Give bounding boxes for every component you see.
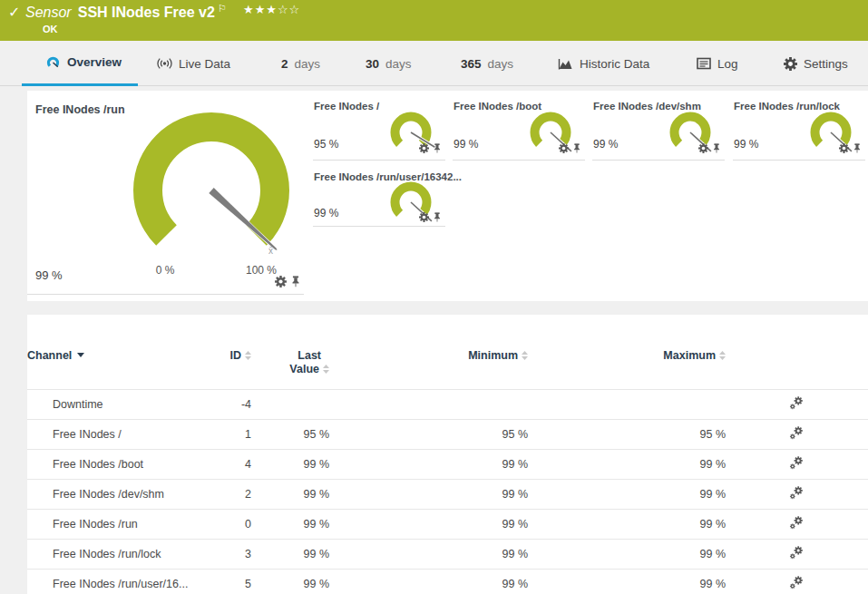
sensor-title-line: SensorSSH INodes Free v2⚐	[25, 3, 227, 21]
channel-settings-gears-icon[interactable]	[789, 455, 805, 473]
channel-last-value: 99 %	[251, 510, 329, 540]
tile-pin-icon[interactable]	[290, 276, 301, 288]
tab-2-days[interactable]: 2 days	[281, 41, 320, 86]
gauge-tile-free-inodes-root[interactable]: Free INodes / 95 %	[313, 91, 445, 161]
channels-table: Channel ID Last Value Minimum Maximum	[27, 315, 868, 594]
table-row-free-inodes-root: Free INodes / 1 95 % 95 % 95 %	[27, 420, 868, 450]
tab-historic-data[interactable]: Historic Data	[558, 41, 649, 86]
gauge-tile-free-inodes-run[interactable]: Free INodes /run 0 % 100 % x̄ 99 %	[27, 91, 304, 295]
column-header-maximum-label: Maximum	[663, 349, 716, 362]
tab-365-days-number: 365	[461, 57, 482, 71]
channel-name[interactable]: Free INodes /	[27, 420, 197, 450]
sort-icon[interactable]	[323, 365, 329, 374]
channel-maximum: 99 %	[528, 540, 726, 570]
tile-pin-icon[interactable]	[853, 143, 862, 154]
page-title[interactable]: SSH INodes Free v2	[78, 5, 215, 20]
channel-name[interactable]: Free INodes /boot	[27, 450, 197, 480]
channel-settings-gears-icon[interactable]	[789, 575, 805, 593]
channel-settings-gears-icon[interactable]	[789, 395, 805, 414]
channel-id: 2	[197, 480, 251, 510]
table-row-free-inodes-dev-shm: Free INodes /dev/shm 2 99 % 99 % 99 %	[27, 480, 868, 510]
channel-settings-gears-icon[interactable]	[789, 425, 805, 443]
gauge-icon	[45, 54, 61, 70]
channel-settings-gears-icon[interactable]	[789, 485, 805, 503]
tile-pin-icon[interactable]	[712, 143, 721, 154]
tab-settings[interactable]: Settings	[784, 41, 848, 86]
gauge-value: 99 %	[454, 138, 478, 151]
tile-pin-icon[interactable]	[433, 143, 442, 154]
gauge-tile-free-inodes-dev-shm[interactable]: Free INodes /dev/shm 99 %	[592, 91, 725, 161]
channel-settings-gears-icon[interactable]	[789, 515, 805, 533]
tab-2-days-unit: days	[295, 57, 321, 71]
column-header-last-value[interactable]: Last Value	[251, 315, 329, 390]
gauge-value: 95 %	[314, 138, 338, 151]
channel-minimum: 99 %	[329, 480, 528, 510]
tile-settings-gear-icon[interactable]	[419, 212, 429, 222]
column-header-value-label: Value	[289, 363, 319, 375]
channel-maximum: 99 %	[528, 480, 726, 510]
column-header-channel[interactable]: Channel	[27, 315, 197, 390]
gauge-tile-free-inodes-run-lock[interactable]: Free INodes /run/lock 99 %	[733, 91, 865, 161]
table-row-free-inodes-run-user: Free INodes /run/user/16... 5 99 % 99 % …	[27, 570, 868, 594]
status-badge: OK	[43, 24, 58, 34]
column-header-id-label: ID	[230, 349, 242, 362]
gauge-title: Free INodes /run	[35, 103, 125, 116]
broadcast-icon	[157, 56, 172, 71]
tile-settings-gear-icon[interactable]	[419, 143, 429, 153]
channel-name[interactable]: Free INodes /dev/shm	[27, 480, 197, 510]
gauge-value: 99 %	[314, 207, 338, 219]
object-type-label: Sensor	[25, 5, 72, 20]
sort-icon[interactable]	[522, 351, 528, 360]
gauge-tile-free-inodes-boot[interactable]: Free INodes /boot 99 %	[453, 91, 585, 161]
table-row-free-inodes-boot: Free INodes /boot 4 99 % 99 % 99 %	[27, 450, 868, 480]
sort-icon[interactable]	[245, 351, 251, 360]
channel-last-value: 99 %	[251, 570, 329, 594]
tab-live-data[interactable]: Live Data	[157, 41, 230, 86]
sensor-tab-bar: Overview Live Data 2 days 30 days 365 da…	[0, 41, 868, 86]
gauge-tile-free-inodes-run-user[interactable]: Free INodes /run/user/16342... 99 %	[313, 161, 445, 227]
gauge-min-label: 0 %	[156, 264, 175, 277]
sensor-status-bar: ✓ SensorSSH INodes Free v2⚐ ★★★☆☆ OK	[0, 0, 868, 41]
column-header-maximum[interactable]: Maximum	[528, 315, 726, 390]
channel-id: 4	[197, 450, 251, 480]
area-chart-icon	[558, 57, 573, 71]
tab-settings-label: Settings	[804, 57, 848, 71]
channel-name[interactable]: Free INodes /run	[27, 510, 197, 540]
channel-name[interactable]: Free INodes /run/lock	[27, 540, 197, 570]
tile-settings-gear-icon[interactable]	[698, 143, 708, 153]
channel-last-value: 99 %	[251, 450, 329, 480]
tab-live-data-label: Live Data	[179, 57, 230, 71]
tab-overview[interactable]: Overview	[22, 41, 138, 86]
tile-settings-gear-icon[interactable]	[559, 143, 569, 153]
gauge-value: 99 %	[35, 268, 63, 282]
column-header-id[interactable]: ID	[197, 315, 251, 390]
tab-log-label: Log	[717, 57, 738, 71]
channel-name[interactable]: Downtime	[27, 390, 197, 420]
tab-365-days[interactable]: 365 days	[461, 41, 513, 86]
gauges-overview-panel: Free INodes /run 0 % 100 % x̄ 99 % Free …	[27, 91, 868, 301]
tile-settings-gear-icon[interactable]	[275, 276, 287, 287]
sort-icon[interactable]	[719, 351, 726, 360]
channel-id: -4	[197, 390, 251, 420]
main-gauge	[121, 100, 302, 281]
tab-2-days-number: 2	[281, 57, 288, 71]
priority-stars[interactable]: ★★★☆☆	[243, 3, 300, 16]
gauge-max-label: 100 %	[246, 264, 277, 277]
channel-settings-gears-icon[interactable]	[789, 545, 805, 563]
channel-name[interactable]: Free INodes /run/user/16...	[27, 570, 197, 594]
channel-last-value: 99 %	[251, 540, 329, 570]
tab-log[interactable]: Log	[697, 41, 738, 86]
gauge-value: 99 %	[734, 138, 758, 151]
column-header-channel-label: Channel	[27, 349, 72, 362]
tile-settings-gear-icon[interactable]	[839, 143, 849, 153]
tab-30-days[interactable]: 30 days	[366, 41, 412, 86]
status-ok-check-icon: ✓	[8, 4, 20, 21]
tile-pin-icon[interactable]	[433, 212, 442, 223]
column-header-minimum[interactable]: Minimum	[329, 315, 528, 390]
flag-icon[interactable]: ⚐	[218, 3, 227, 14]
tile-pin-icon[interactable]	[572, 143, 581, 154]
channel-minimum: 95 %	[329, 420, 528, 450]
table-row-free-inodes-run-lock: Free INodes /run/lock 3 99 % 99 % 99 %	[27, 540, 868, 570]
channel-id: 0	[197, 510, 251, 540]
table-row-free-inodes-run: Free INodes /run 0 99 % 99 % 99 %	[27, 510, 868, 540]
